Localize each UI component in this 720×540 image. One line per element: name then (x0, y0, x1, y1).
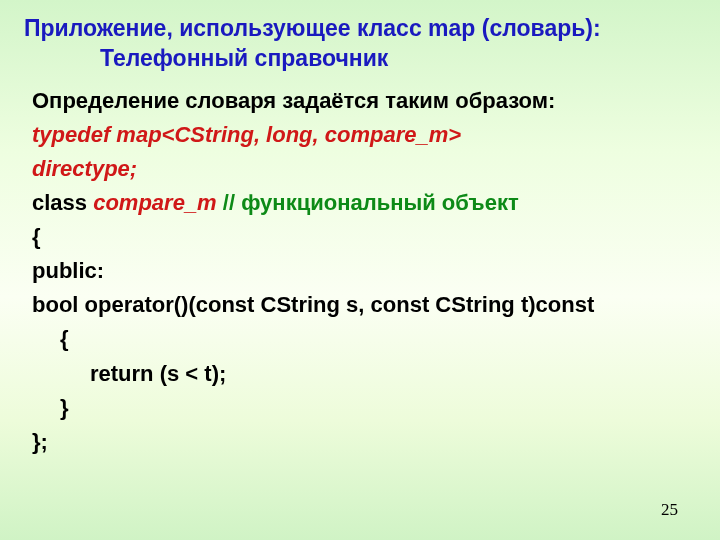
return-line: return (s < t); (32, 357, 696, 391)
slide-title-line2: Телефонный справочник (24, 44, 696, 74)
class-name: compare_m (93, 190, 217, 215)
typedef-line: typedef map<CString, long, compare_m> di… (32, 118, 696, 186)
typedef-keyword: typedef map (32, 122, 162, 147)
intro-text: Определение словаря задаётся таким образ… (32, 84, 696, 118)
brace-close-inner: } (32, 391, 696, 425)
brace-close: }; (32, 425, 696, 459)
class-comment: // функциональный объект (223, 190, 519, 215)
slide: Приложение, использующее класс map (слов… (0, 0, 720, 459)
slide-title-line1: Приложение, использующее класс map (слов… (24, 14, 696, 44)
brace-open-inner: { (32, 322, 696, 356)
typedef-template: <CString, long, compare_m> (162, 122, 462, 147)
typedef-name: directype; (32, 152, 696, 186)
class-keyword: class (32, 190, 93, 215)
operator-line: bool operator()(const CString s, const C… (32, 288, 696, 322)
public-line: public: (32, 254, 696, 288)
slide-body: Определение словаря задаётся таким образ… (24, 84, 696, 459)
brace-open: { (32, 220, 696, 254)
page-number: 25 (661, 500, 678, 520)
class-line: class compare_m // функциональный объект (32, 186, 696, 220)
